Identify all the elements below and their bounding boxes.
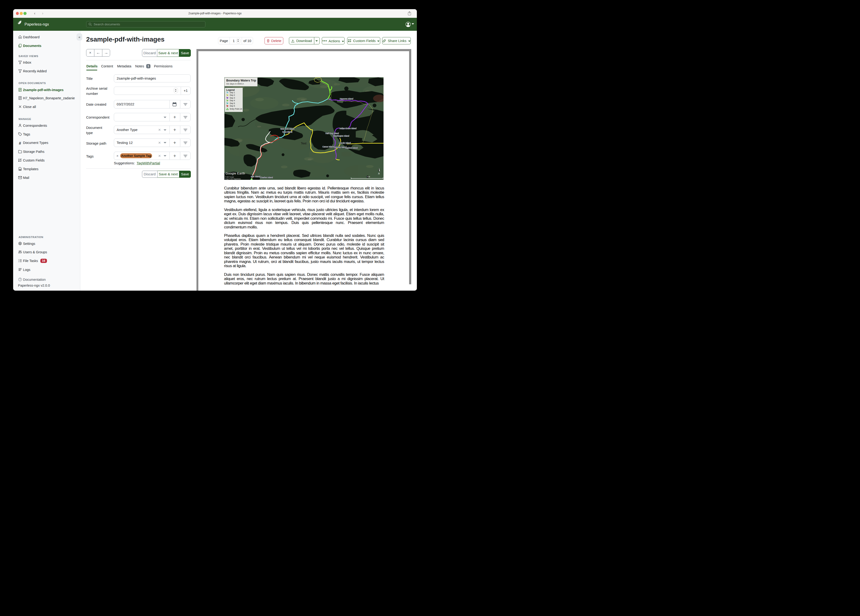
svg-text:Mile Island: Mile Island: [251, 175, 260, 178]
svg-text:© 2017 Google: © 2017 Google: [225, 176, 234, 178]
svg-text:Washington Island: Washington Island: [333, 135, 349, 137]
svg-text:Lincoln Island: Lincoln Island: [339, 142, 351, 144]
svg-text:Indian Grave Island: Indian Grave Island: [339, 127, 356, 130]
svg-text:Six days in BWCA: Six days in BWCA: [226, 83, 244, 85]
svg-text:Entry Point 24: Entry Point 24: [230, 108, 242, 110]
svg-text:Norway Island: Norway Island: [334, 146, 347, 148]
svg-text:New York Island: New York Island: [280, 128, 294, 130]
svg-text:Squirrel Island: Squirrel Island: [345, 147, 358, 149]
svg-text:Legend: Legend: [226, 89, 235, 91]
svg-text:Charlies Island: Charlies Island: [260, 176, 273, 179]
svg-text:Day 2: Day 2: [230, 94, 235, 96]
svg-text:Day 1: Day 1: [230, 91, 235, 94]
svg-text:Image © 2017 DigitalGlobe: Image © 2017 DigitalGlobe: [225, 178, 241, 179]
svg-text:Gary Island: Gary Island: [282, 131, 292, 133]
svg-text:Day 5: Day 5: [230, 102, 235, 104]
svg-text:Day 4: Day 4: [230, 99, 235, 102]
svg-text:Boundary Waters Trip: Boundary Waters Trip: [226, 79, 256, 82]
svg-text:Text: Text: [301, 141, 306, 145]
svg-text:Canoe Island: Canoe Island: [322, 146, 334, 148]
svg-text:3 mi: 3 mi: [366, 176, 370, 178]
svg-text:Hausons Island: Hausons Island: [340, 97, 353, 100]
svg-text:Day 3: Day 3: [230, 97, 235, 99]
svg-text:Day 6: Day 6: [230, 105, 235, 107]
svg-text:Half Dog Island: Half Dog Island: [325, 132, 339, 135]
svg-text:Google Earth: Google Earth: [226, 171, 245, 175]
svg-text:N: N: [378, 172, 380, 175]
